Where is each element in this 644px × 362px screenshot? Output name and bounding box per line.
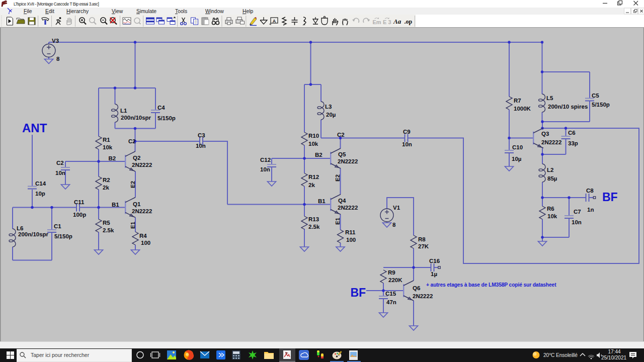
svg-text:A: A (273, 19, 276, 24)
svg-text:Aa: Aa (393, 18, 401, 25)
svg-text:25/10/2021: 25/10/2021 (601, 355, 626, 360)
svg-text:.op: .op (405, 18, 413, 25)
svg-text:Em: Em (373, 19, 381, 25)
svg-text:E 3: E 3 (383, 19, 391, 25)
svg-text:17:44: 17:44 (608, 349, 620, 354)
svg-text:20°C Ensoleillé: 20°C Ensoleillé (543, 352, 578, 358)
